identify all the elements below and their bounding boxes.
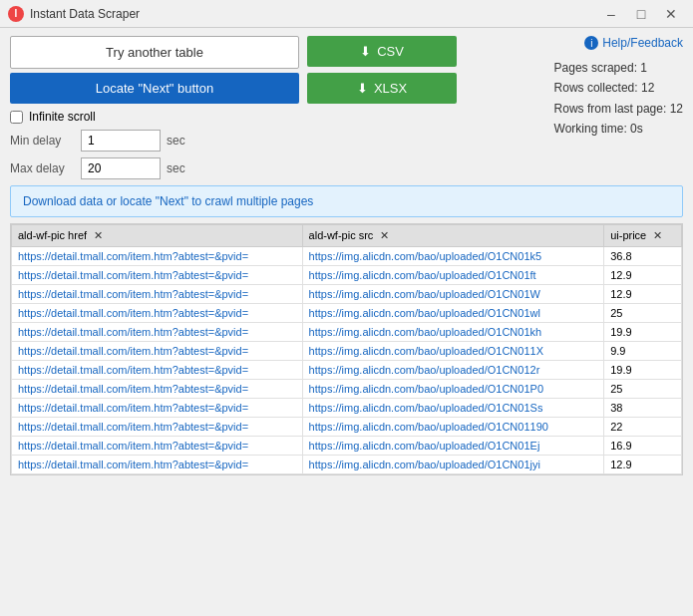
stats-panel: i Help/Feedback Pages scraped: 1 Rows co… <box>554 36 683 179</box>
cell-price: 19.9 <box>604 323 682 342</box>
cell-price: 16.9 <box>604 437 682 456</box>
col-header-price: ui-price ✕ <box>604 225 682 247</box>
cell-price: 19.9 <box>604 361 682 380</box>
cell-href: https://detail.tmall.com/item.htm?abtest… <box>12 361 303 380</box>
min-delay-label: Min delay <box>10 134 75 148</box>
csv-label: CSV <box>377 44 404 59</box>
rows-last-value: 12 <box>670 102 683 116</box>
cell-src: https://img.alicdn.com/bao/uploaded/O1CN… <box>302 304 604 323</box>
col-src-close[interactable]: ✕ <box>380 229 389 241</box>
min-delay-input[interactable] <box>81 130 161 152</box>
table-row: https://detail.tmall.com/item.htm?abtest… <box>12 323 682 342</box>
pages-scraped-label: Pages scraped: <box>554 61 637 75</box>
col-header-src: ald-wf-pic src ✕ <box>302 225 604 247</box>
table-row: https://detail.tmall.com/item.htm?abtest… <box>12 418 682 437</box>
minimize-button[interactable]: – <box>597 3 625 25</box>
help-feedback-label: Help/Feedback <box>602 36 683 50</box>
info-banner: Download data or locate "Next" to crawl … <box>10 185 683 217</box>
cell-src: https://img.alicdn.com/bao/uploaded/O1CN… <box>302 361 604 380</box>
max-delay-input[interactable] <box>81 157 161 179</box>
cell-src: https://img.alicdn.com/bao/uploaded/O1CN… <box>302 456 604 474</box>
data-table-container[interactable]: ald-wf-pic href ✕ ald-wf-pic src ✕ ui-pr… <box>10 223 683 475</box>
cell-price: 12.9 <box>604 456 682 474</box>
cell-href: https://detail.tmall.com/item.htm?abtest… <box>12 266 303 285</box>
table-row: https://detail.tmall.com/item.htm?abtest… <box>12 285 682 304</box>
cell-price: 36.8 <box>604 247 682 266</box>
cell-price: 22 <box>604 418 682 437</box>
col-price-label: ui-price <box>610 229 646 241</box>
cell-href: https://detail.tmall.com/item.htm?abtest… <box>12 399 303 418</box>
stats-details: Pages scraped: 1 Rows collected: 12 Rows… <box>554 58 683 140</box>
table-row: https://detail.tmall.com/item.htm?abtest… <box>12 380 682 399</box>
cell-src: https://img.alicdn.com/bao/uploaded/O1CN… <box>302 418 604 437</box>
max-delay-unit: sec <box>167 161 185 175</box>
table-row: https://detail.tmall.com/item.htm?abtest… <box>12 456 682 474</box>
table-row: https://detail.tmall.com/item.htm?abtest… <box>12 342 682 361</box>
table-row: https://detail.tmall.com/item.htm?abtest… <box>12 266 682 285</box>
col-href-label: ald-wf-pic href <box>18 229 87 241</box>
table-row: https://detail.tmall.com/item.htm?abtest… <box>12 304 682 323</box>
cell-price: 12.9 <box>604 266 682 285</box>
csv-download-button[interactable]: ⬇ CSV <box>307 36 457 67</box>
table-body: https://detail.tmall.com/item.htm?abtest… <box>12 247 682 474</box>
col-price-close[interactable]: ✕ <box>653 229 662 241</box>
cell-src: https://img.alicdn.com/bao/uploaded/O1CN… <box>302 266 604 285</box>
min-delay-row: Min delay sec <box>10 130 299 152</box>
xlsx-download-button[interactable]: ⬇ XLSX <box>307 73 457 104</box>
left-controls: Try another table Locate "Next" button I… <box>10 36 299 179</box>
table-row: https://detail.tmall.com/item.htm?abtest… <box>12 247 682 266</box>
xlsx-label: XLSX <box>374 81 407 96</box>
cell-href: https://detail.tmall.com/item.htm?abtest… <box>12 342 303 361</box>
cell-src: https://img.alicdn.com/bao/uploaded/O1CN… <box>302 323 604 342</box>
cell-href: https://detail.tmall.com/item.htm?abtest… <box>12 323 303 342</box>
rows-collected-row: Rows collected: 12 <box>554 78 683 98</box>
window-controls: – □ ✕ <box>597 3 685 25</box>
cell-price: 38 <box>604 399 682 418</box>
infinite-scroll-row: Infinite scroll <box>10 110 299 124</box>
cell-price: 25 <box>604 304 682 323</box>
col-href-close[interactable]: ✕ <box>94 229 103 241</box>
working-time-row: Working time: 0s <box>554 119 683 139</box>
cell-href: https://detail.tmall.com/item.htm?abtest… <box>12 247 303 266</box>
cell-src: https://img.alicdn.com/bao/uploaded/O1CN… <box>302 380 604 399</box>
cell-src: https://img.alicdn.com/bao/uploaded/O1CN… <box>302 285 604 304</box>
app-title: Instant Data Scraper <box>30 7 140 21</box>
cell-src: https://img.alicdn.com/bao/uploaded/O1CN… <box>302 342 604 361</box>
pages-scraped-row: Pages scraped: 1 <box>554 58 683 78</box>
table-row: https://detail.tmall.com/item.htm?abtest… <box>12 361 682 380</box>
cell-href: https://detail.tmall.com/item.htm?abtest… <box>12 380 303 399</box>
table-row: https://detail.tmall.com/item.htm?abtest… <box>12 437 682 456</box>
maximize-button[interactable]: □ <box>627 3 655 25</box>
help-feedback-link[interactable]: i Help/Feedback <box>554 36 683 50</box>
max-delay-row: Max delay sec <box>10 157 299 179</box>
infinite-scroll-checkbox[interactable] <box>10 111 23 124</box>
cell-href: https://detail.tmall.com/item.htm?abtest… <box>12 304 303 323</box>
cell-src: https://img.alicdn.com/bao/uploaded/O1CN… <box>302 399 604 418</box>
col-src-label: ald-wf-pic src <box>309 229 374 241</box>
rows-last-label: Rows from last page: <box>554 102 667 116</box>
try-another-table-button[interactable]: Try another table <box>10 36 299 69</box>
rows-collected-value: 12 <box>641 81 654 95</box>
download-icon-xlsx: ⬇ <box>357 81 368 96</box>
cell-href: https://detail.tmall.com/item.htm?abtest… <box>12 418 303 437</box>
cell-price: 25 <box>604 380 682 399</box>
min-delay-unit: sec <box>167 134 185 148</box>
app-icon: I <box>8 6 24 22</box>
infinite-scroll-label: Infinite scroll <box>29 110 96 124</box>
table-row: https://detail.tmall.com/item.htm?abtest… <box>12 399 682 418</box>
col-header-href: ald-wf-pic href ✕ <box>12 225 303 247</box>
cell-price: 9.9 <box>604 342 682 361</box>
table-header-row: ald-wf-pic href ✕ ald-wf-pic src ✕ ui-pr… <box>12 225 682 247</box>
pages-scraped-value: 1 <box>640 61 647 75</box>
title-bar: I Instant Data Scraper – □ ✕ <box>0 0 693 28</box>
main-content: ↓ Try another table Locate "Next" button… <box>0 28 693 483</box>
data-table: ald-wf-pic href ✕ ald-wf-pic src ✕ ui-pr… <box>11 224 682 474</box>
info-icon: i <box>584 36 598 50</box>
rows-collected-label: Rows collected: <box>554 81 638 95</box>
locate-next-button[interactable]: Locate "Next" button <box>10 73 299 104</box>
cell-href: https://detail.tmall.com/item.htm?abtest… <box>12 456 303 474</box>
rows-last-page-row: Rows from last page: 12 <box>554 99 683 119</box>
cell-price: 12.9 <box>604 285 682 304</box>
close-button[interactable]: ✕ <box>657 3 685 25</box>
cell-href: https://detail.tmall.com/item.htm?abtest… <box>12 285 303 304</box>
